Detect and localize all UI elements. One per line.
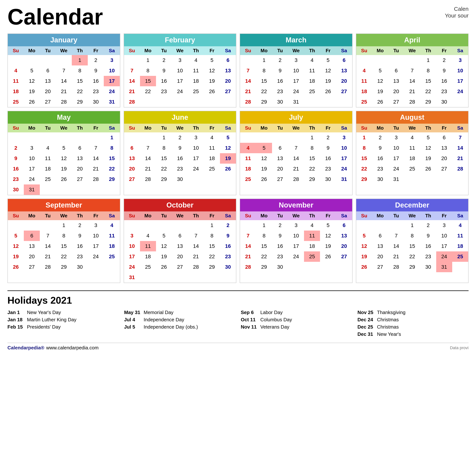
- day-header-cell: Fr: [204, 124, 220, 132]
- day-cell: 10: [124, 241, 140, 251]
- days-grid-aug: 1234567891011121314151617181920212223242…: [356, 132, 468, 185]
- day-cell: 7: [388, 231, 404, 241]
- day-header-cell: Mo: [256, 124, 272, 132]
- day-cell: 14: [40, 241, 56, 251]
- day-cell-empty: [240, 132, 256, 143]
- day-cell: 4: [188, 55, 204, 66]
- day-cell-empty: [8, 220, 24, 231]
- day-headers-oct: SuMoTuWeThFrSa: [124, 211, 236, 220]
- day-cell: 4: [104, 220, 120, 231]
- day-cell: 5: [320, 55, 336, 66]
- day-cell: 31: [104, 97, 120, 107]
- day-cell: 25: [188, 86, 204, 97]
- day-cell: 26: [56, 174, 72, 185]
- day-cell: 1: [256, 55, 272, 66]
- day-cell-empty: [124, 132, 140, 143]
- day-cell: 13: [336, 66, 352, 76]
- day-header-cell: Su: [124, 46, 140, 55]
- day-header-cell: Th: [188, 211, 204, 220]
- day-cell: 11: [40, 153, 56, 164]
- day-cell-empty: [40, 132, 56, 143]
- day-cell: 28: [188, 262, 204, 272]
- day-cell-empty: [452, 262, 468, 272]
- holiday-date: May 31: [124, 310, 141, 315]
- days-grid-nov: 1234567891011121314151617181920212223242…: [240, 220, 352, 272]
- day-cell: 30: [72, 262, 88, 272]
- day-cell: 18: [452, 241, 468, 251]
- day-headers-sep: SuMoTuWeThFrSa: [8, 211, 120, 220]
- day-cell-empty: [220, 174, 236, 185]
- month-oct: OctoberSuMoTuWeThFrSa1234567891011121314…: [124, 199, 237, 283]
- day-cell: 10: [336, 143, 352, 153]
- day-header-cell: Mo: [256, 211, 272, 220]
- day-cell: 26: [356, 262, 372, 272]
- holiday-date: Oct 11: [241, 317, 257, 323]
- day-cell: 15: [140, 76, 156, 86]
- day-cell: 9: [8, 153, 24, 164]
- day-header-cell: Mo: [372, 124, 388, 132]
- day-cell: 29: [356, 174, 372, 185]
- day-headers-jan: SuMoTuWeThFrSa: [8, 46, 120, 55]
- day-cell: 26: [320, 251, 336, 262]
- day-cell: 15: [256, 241, 272, 251]
- day-cell: 10: [288, 66, 304, 76]
- day-cell: 30: [372, 174, 388, 185]
- day-cell-empty: [104, 185, 120, 195]
- holiday-name: Presidents' Day: [27, 324, 61, 330]
- day-header-cell: Mo: [256, 46, 272, 55]
- day-cell-empty: [8, 132, 24, 143]
- day-cell: 16: [272, 76, 288, 86]
- day-cell: 20: [336, 76, 352, 86]
- day-header-cell: Mo: [372, 211, 388, 220]
- month-header-jul: July: [240, 111, 352, 124]
- day-cell: 14: [240, 241, 256, 251]
- day-cell: 12: [372, 76, 388, 86]
- day-cell: 15: [356, 153, 372, 164]
- day-cell: 6: [372, 231, 388, 241]
- day-cell: 25: [140, 262, 156, 272]
- day-cell: 5: [420, 132, 436, 143]
- page-footer: Calendarpedia® www.calendarpedia.com Dat…: [7, 343, 469, 351]
- day-cell-empty: [140, 272, 156, 283]
- day-cell: 25: [304, 251, 320, 262]
- day-cell: 6: [124, 143, 140, 153]
- day-cell: 31: [124, 272, 140, 283]
- day-cell: 27: [220, 86, 236, 97]
- day-cell: 10: [88, 231, 104, 241]
- day-cell-empty: [320, 97, 336, 107]
- day-header-cell: Tu: [272, 124, 288, 132]
- day-cell: 19: [420, 153, 436, 164]
- day-cell: 24: [288, 251, 304, 262]
- day-cell: 10: [436, 231, 452, 241]
- day-cell: 24: [188, 164, 204, 174]
- day-cell: 15: [420, 76, 436, 86]
- day-cell: 1: [256, 220, 272, 231]
- day-cell: 9: [88, 66, 104, 76]
- day-header-cell: Tu: [388, 124, 404, 132]
- footer-url: www.calendarpedia.com: [46, 345, 99, 351]
- day-cell: 22: [56, 251, 72, 262]
- day-cell: 4: [356, 66, 372, 76]
- day-cell: 20: [172, 251, 188, 262]
- day-cell: 21: [240, 86, 256, 97]
- day-cell: 21: [452, 153, 468, 164]
- day-cell: 12: [156, 241, 172, 251]
- day-header-cell: Tu: [388, 46, 404, 55]
- day-cell: 4: [140, 231, 156, 241]
- day-cell: 28: [88, 174, 104, 185]
- month-jul: JulySuMoTuWeThFrSa1234567891011121314151…: [240, 111, 353, 195]
- day-header-cell: Th: [420, 46, 436, 55]
- day-cell: 2: [72, 220, 88, 231]
- day-header-cell: Mo: [140, 211, 156, 220]
- day-cell-empty: [24, 132, 40, 143]
- day-cell-empty: [388, 220, 404, 231]
- day-cell-empty: [388, 55, 404, 66]
- day-cell: 15: [256, 76, 272, 86]
- day-header-cell: Mo: [140, 124, 156, 132]
- day-cell: 12: [356, 241, 372, 251]
- day-cell: 2: [220, 220, 236, 231]
- day-cell: 13: [24, 241, 40, 251]
- month-aug: AugustSuMoTuWeThFrSa12345678910111213141…: [356, 111, 469, 195]
- day-cell: 1: [420, 55, 436, 66]
- day-cell: 1: [140, 55, 156, 66]
